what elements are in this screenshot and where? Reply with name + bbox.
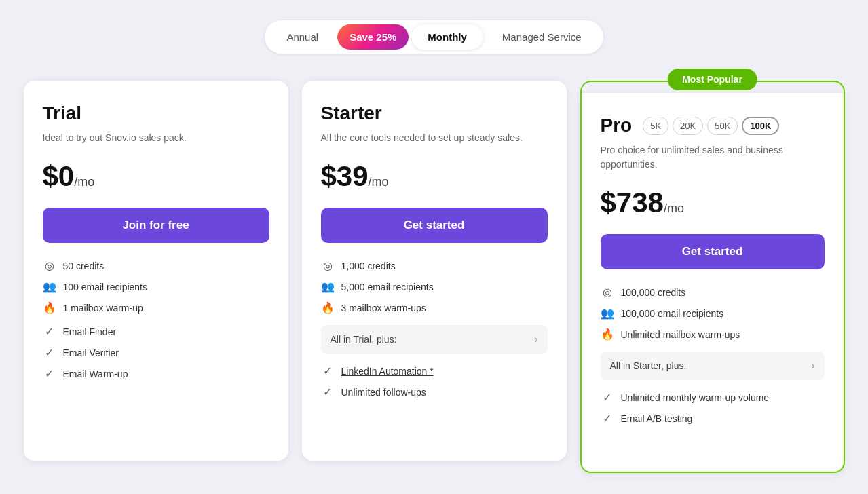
list-item: ✓ LinkedIn Automation * <box>321 364 548 377</box>
chevron-right-icon: › <box>534 333 537 345</box>
starter-desc: All the core tools needed to set up stea… <box>321 131 548 145</box>
pro-extras: ✓ Unlimited monthly warm-up volume ✓ Ema… <box>601 391 825 425</box>
tier-50k[interactable]: 50K <box>707 117 738 135</box>
list-item: 👥 5,000 email recipients <box>321 280 548 293</box>
warmup-icon: 🔥 <box>43 301 56 314</box>
trial-tools: ✓ Email Finder ✓ Email Verifier ✓ Email … <box>43 325 269 380</box>
list-item: 🔥 1 mailbox warm-up <box>43 301 269 314</box>
tier-buttons: 5K 20K 50K 100K <box>643 117 779 135</box>
pro-wrapper: Most Popular Pro 5K 20K 50K 100K Pro cho… <box>580 81 845 473</box>
trial-title: Trial <box>43 102 269 124</box>
tier-20k[interactable]: 20K <box>673 117 703 135</box>
starter-features: ◎ 1,000 credits 👥 5,000 email recipients… <box>321 259 548 314</box>
warmup-icon: 🔥 <box>601 328 614 341</box>
tier-5k[interactable]: 5K <box>643 117 668 135</box>
list-item: ✓ Email Finder <box>43 325 269 338</box>
list-item: 👥 100 email recipients <box>43 280 269 293</box>
trial-card: Trial Ideal to try out Snov.io sales pac… <box>24 81 288 461</box>
check-icon: ✓ <box>43 325 56 338</box>
check-icon: ✓ <box>43 346 56 359</box>
list-item: ◎ 1,000 credits <box>321 259 548 272</box>
pro-features: ◎ 100,000 credits 👥 100,000 email recipi… <box>601 286 825 341</box>
check-icon: ✓ <box>43 367 56 380</box>
most-popular-badge: Most Popular <box>667 69 757 90</box>
check-icon: ✓ <box>321 385 335 398</box>
list-item: ◎ 50 credits <box>43 259 269 272</box>
trial-credits: 50 credits <box>63 261 105 271</box>
annual-toggle[interactable]: Annual <box>270 24 335 50</box>
trial-cta[interactable]: Join for free <box>43 208 269 243</box>
trial-features: ◎ 50 credits 👥 100 email recipients 🔥 1 … <box>43 259 269 314</box>
warmup-icon: 🔥 <box>321 301 335 314</box>
pricing-toggle: Annual Save 25% Monthly Managed Service <box>20 20 848 54</box>
check-icon: ✓ <box>321 364 335 377</box>
list-item: ◎ 100,000 credits <box>601 286 825 299</box>
list-item: 👥 100,000 email recipients <box>601 307 825 320</box>
monthly-toggle[interactable]: Monthly <box>411 24 483 50</box>
toggle-container: Annual Save 25% Monthly Managed Service <box>265 20 603 54</box>
pro-cta[interactable]: Get started <box>601 234 825 269</box>
check-icon: ✓ <box>601 412 614 425</box>
list-item: 🔥 Unlimited mailbox warm-ups <box>601 328 825 341</box>
list-item: ✓ Email A/B testing <box>601 412 825 425</box>
pro-desc: Pro choice for unlimited sales and busin… <box>601 143 825 172</box>
credits-icon: ◎ <box>43 259 56 272</box>
recipients-icon: 👥 <box>43 280 56 293</box>
pro-price: $738/mo <box>601 187 825 219</box>
credits-icon: ◎ <box>321 259 335 272</box>
tier-100k[interactable]: 100K <box>742 117 779 135</box>
list-item: ✓ Unlimited follow-ups <box>321 385 548 398</box>
recipients-icon: 👥 <box>601 307 614 320</box>
list-item: ✓ Unlimited monthly warm-up volume <box>601 391 825 404</box>
pro-card: Pro 5K 20K 50K 100K Pro choice for unlim… <box>580 93 845 473</box>
starter-extras: ✓ LinkedIn Automation * ✓ Unlimited foll… <box>321 364 548 398</box>
starter-cta[interactable]: Get started <box>321 208 548 243</box>
list-item: ✓ Email Warm-up <box>43 367 269 380</box>
chevron-right-icon: › <box>811 360 814 372</box>
recipients-icon: 👥 <box>321 280 335 293</box>
managed-toggle[interactable]: Managed Service <box>486 24 598 50</box>
pricing-cards: Trial Ideal to try out Snov.io sales pac… <box>20 81 848 473</box>
credits-icon: ◎ <box>601 286 614 299</box>
list-item: ✓ Email Verifier <box>43 346 269 359</box>
starter-title: Starter <box>321 102 548 124</box>
all-in-trial[interactable]: All in Trial, plus: › <box>321 325 548 354</box>
starter-card: Starter All the core tools needed to set… <box>302 81 567 461</box>
trial-desc: Ideal to try out Snov.io sales pack. <box>43 131 269 145</box>
list-item: 🔥 3 mailbox warm-ups <box>321 301 548 314</box>
save-badge[interactable]: Save 25% <box>337 24 409 50</box>
all-in-starter[interactable]: All in Starter, plus: › <box>601 352 825 380</box>
check-icon: ✓ <box>601 391 614 404</box>
starter-price: $39/mo <box>321 160 548 193</box>
trial-price: $0/mo <box>43 160 269 193</box>
trial-recipients: 100 email recipients <box>63 282 148 292</box>
pro-title: Pro 5K 20K 50K 100K <box>601 115 825 136</box>
trial-warmup: 1 mailbox warm-up <box>63 303 143 314</box>
